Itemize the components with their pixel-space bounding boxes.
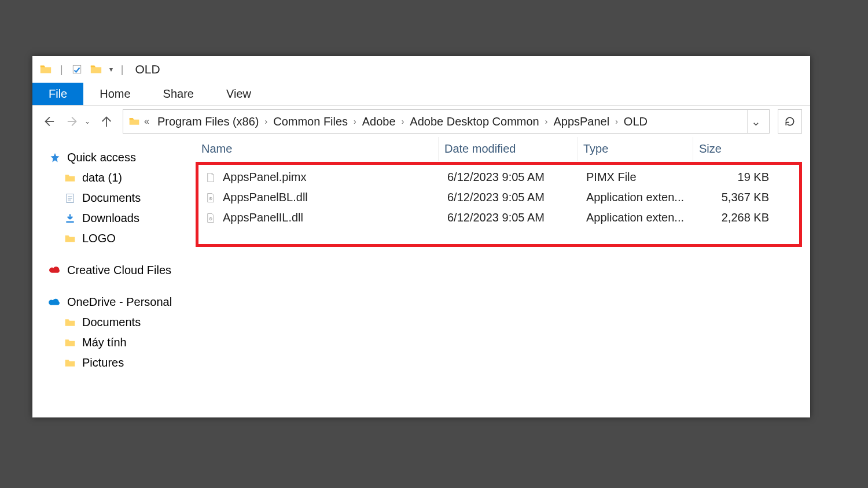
folder-icon <box>64 232 76 245</box>
ribbon-tabs: File Home Share View <box>32 83 810 106</box>
sidebar-item-downloads[interactable]: Downloads <box>49 208 196 228</box>
forward-button[interactable] <box>65 113 81 130</box>
address-dropdown-icon[interactable]: ⌄ <box>747 110 764 133</box>
file-name: AppsPanelBL.dll <box>223 191 308 204</box>
file-row[interactable]: AppsPanelBL.dll 6/12/2023 9:05 AM Applic… <box>198 187 799 208</box>
window-title: OLD <box>135 62 160 76</box>
sidebar-item-logo[interactable]: LOGO <box>49 228 196 249</box>
separator: | <box>121 64 124 76</box>
file-date: 6/12/2023 9:05 AM <box>442 211 580 224</box>
refresh-button[interactable] <box>778 109 802 134</box>
file-row[interactable]: AppsPanel.pimx 6/12/2023 9:05 AM PIMX Fi… <box>198 167 799 187</box>
dll-icon <box>204 191 217 204</box>
sidebar-item-documents[interactable]: Documents <box>49 188 196 208</box>
dll-icon <box>204 212 217 224</box>
sidebar-item-label: Documents <box>82 191 141 205</box>
sidebar-quick-access[interactable]: Quick access <box>49 147 196 168</box>
sidebar-onedrive[interactable]: OneDrive - Personal <box>49 292 196 312</box>
folder-icon <box>64 172 76 184</box>
navbar: ⌄ « Program Files (x86) › Common Files ›… <box>32 106 810 137</box>
folder-icon <box>64 316 76 329</box>
tab-file[interactable]: File <box>32 83 83 105</box>
file-type: Application exten... <box>580 191 696 204</box>
tab-home[interactable]: Home <box>83 83 146 105</box>
file-type: Application exten... <box>580 211 696 224</box>
qat-dropdown-icon[interactable]: ▾ <box>109 65 113 73</box>
sort-asc-icon: ˄ <box>315 137 319 141</box>
file-row[interactable]: AppsPanelIL.dll 6/12/2023 9:05 AM Applic… <box>198 208 799 228</box>
highlight-box: AppsPanel.pimx 6/12/2023 9:05 AM PIMX Fi… <box>196 162 802 247</box>
star-icon <box>49 151 61 164</box>
sidebar-item-label: data (1) <box>82 171 122 184</box>
breadcrumb-item[interactable]: AppsPanel <box>551 114 612 130</box>
sidebar-item-od-computer[interactable]: Máy tính <box>49 332 196 353</box>
back-button[interactable] <box>41 113 57 130</box>
sidebar-item-label: Pictures <box>82 356 124 369</box>
sidebar-item-label: Creative Cloud Files <box>67 264 171 277</box>
column-label: Date modified <box>444 142 516 156</box>
tab-share[interactable]: Share <box>147 83 210 105</box>
chevron-right-icon: › <box>545 117 548 126</box>
folder-icon <box>39 63 52 76</box>
titlebar: | ▾ | OLD <box>32 56 810 83</box>
breadcrumb-root-chevron-icon[interactable]: « <box>144 116 149 127</box>
download-icon <box>64 212 76 225</box>
column-headers: Name ˄ Date modified Type Size <box>196 137 802 161</box>
file-type: PIMX File <box>580 171 696 184</box>
file-size: 2,268 KB <box>696 211 771 224</box>
column-date[interactable]: Date modified <box>439 137 578 161</box>
sidebar-item-label: Documents <box>82 316 141 329</box>
explorer-body: Quick access data (1) Documents Download… <box>32 137 810 417</box>
file-name: AppsPanel.pimx <box>223 171 307 184</box>
file-name: AppsPanelIL.dll <box>223 211 303 224</box>
breadcrumb-item[interactable]: Common Files <box>271 114 350 130</box>
column-label: Size <box>699 142 722 155</box>
breadcrumb-item[interactable]: OLD <box>621 114 650 130</box>
folder-small-icon[interactable] <box>90 63 102 76</box>
sidebar-item-label: LOGO <box>82 232 116 245</box>
breadcrumb-item[interactable]: Program Files (x86) <box>155 114 262 130</box>
column-size[interactable]: Size <box>693 142 768 156</box>
chevron-right-icon: › <box>402 117 404 126</box>
recent-locations-dropdown[interactable]: ⌄ <box>84 117 90 125</box>
column-name[interactable]: Name ˄ <box>196 137 439 161</box>
folder-icon <box>64 357 76 369</box>
sidebar-item-label: OneDrive - Personal <box>67 295 172 309</box>
sidebar-item-data[interactable]: data (1) <box>49 168 196 188</box>
file-date: 6/12/2023 9:05 AM <box>442 191 580 204</box>
svg-point-8 <box>210 218 211 219</box>
sidebar-creative-cloud[interactable]: Creative Cloud Files <box>49 260 196 280</box>
tab-view[interactable]: View <box>210 83 267 105</box>
folder-icon <box>64 337 76 349</box>
column-label: Type <box>583 142 608 156</box>
file-list: Name ˄ Date modified Type Size AppsPanel… <box>196 137 810 417</box>
creative-cloud-icon <box>49 264 61 277</box>
separator: | <box>60 64 63 76</box>
onedrive-icon <box>49 296 61 309</box>
address-bar[interactable]: « Program Files (x86) › Common Files › A… <box>123 109 770 134</box>
chevron-right-icon: › <box>615 117 618 126</box>
document-icon <box>64 192 76 205</box>
up-button[interactable] <box>98 113 115 130</box>
sidebar-item-label: Downloads <box>82 212 139 225</box>
svg-rect-0 <box>73 65 81 73</box>
properties-icon[interactable] <box>71 64 83 75</box>
sidebar-item-label: Máy tính <box>82 336 127 349</box>
sidebar-item-od-documents[interactable]: Documents <box>49 312 196 332</box>
file-size: 5,367 KB <box>696 191 771 204</box>
sidebar: Quick access data (1) Documents Download… <box>32 137 196 417</box>
column-label: Name <box>201 142 232 156</box>
svg-point-6 <box>210 198 211 199</box>
folder-icon <box>128 115 141 128</box>
breadcrumb-item[interactable]: Adobe <box>360 114 398 130</box>
explorer-window: | ▾ | OLD File Home Share View ⌄ <box>32 56 810 417</box>
breadcrumb-item[interactable]: Adobe Desktop Common <box>407 114 541 130</box>
chevron-right-icon: › <box>265 117 268 126</box>
file-icon <box>204 171 217 184</box>
file-size: 19 KB <box>696 171 771 184</box>
column-type[interactable]: Type <box>578 137 693 161</box>
file-date: 6/12/2023 9:05 AM <box>442 171 580 184</box>
sidebar-item-od-pictures[interactable]: Pictures <box>49 353 196 373</box>
sidebar-item-label: Quick access <box>67 151 136 164</box>
chevron-right-icon: › <box>354 117 356 126</box>
